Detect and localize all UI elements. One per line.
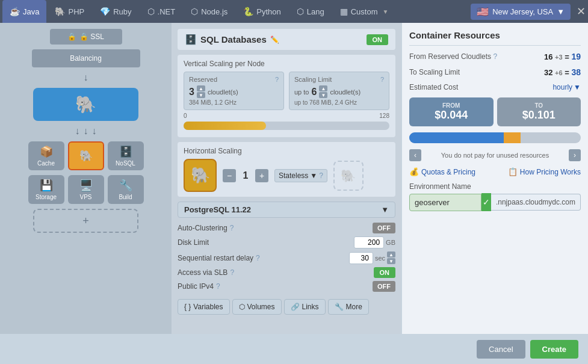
stateless-help-icon[interactable]: ?: [319, 171, 323, 180]
public-ipv4-toggle[interactable]: OFF: [373, 281, 395, 292]
toggle-on-button[interactable]: ON: [367, 34, 389, 45]
volumes-button[interactable]: ⬡ Volumes: [232, 299, 282, 315]
seq-restart-row: Sequential restart delay ? sec ▲ ▼: [178, 251, 395, 264]
reserved-help-icon[interactable]: ?: [275, 76, 279, 83]
links-label: Links: [302, 303, 319, 311]
tab-ruby[interactable]: 💎 Ruby: [93, 0, 138, 23]
public-ipv4-help[interactable]: ?: [216, 282, 220, 291]
tab-nodejs-label: Node.js: [201, 7, 227, 16]
env-name-label: Environment Name: [409, 182, 581, 191]
to-card-label: TO: [502, 102, 577, 109]
reserved-increment[interactable]: ▲: [197, 85, 205, 91]
tab-php[interactable]: 🐘 PHP: [48, 0, 91, 23]
public-ipv4-label-group: Public IPv4 ?: [178, 282, 220, 291]
tab-lang[interactable]: ⬡ Lang: [289, 0, 332, 23]
bar-nav-prev[interactable]: ‹: [409, 149, 421, 161]
env-name-input[interactable]: [409, 194, 481, 211]
scaling-limit-stepper[interactable]: ▲ ▼: [319, 85, 327, 98]
vps-node[interactable]: 🖥️ VPS: [68, 175, 104, 204]
quantity-increment[interactable]: +: [255, 169, 268, 182]
region-selector[interactable]: 🇺🇸 New Jersey, USA ▼: [471, 4, 571, 20]
seq-decrement[interactable]: ▼: [387, 258, 395, 264]
disk-limit-input[interactable]: [354, 236, 384, 248]
scaling-increment[interactable]: ▲: [319, 85, 327, 91]
tab-custom[interactable]: ▦ Custom ▼: [333, 0, 396, 23]
quantity-decrement[interactable]: −: [223, 169, 236, 182]
region-label: New Jersey, USA: [492, 7, 553, 16]
seq-increment[interactable]: ▲: [387, 251, 395, 258]
edit-icon[interactable]: ✏️: [270, 35, 279, 44]
tab-dotnet-label: .NET: [158, 7, 176, 16]
tab-python[interactable]: 🐍 Python: [236, 0, 288, 23]
close-button[interactable]: ✕: [577, 5, 586, 18]
reserved-stepper[interactable]: ▲ ▼: [197, 85, 205, 98]
elephant-node-icon: 🐘: [79, 149, 93, 162]
auto-clustering-toggle[interactable]: OFF: [373, 223, 395, 233]
cache-node[interactable]: 📦 Cache: [28, 141, 64, 170]
build-icon: 🔧: [119, 179, 132, 192]
storage-label: Storage: [36, 194, 57, 200]
more-label: More: [346, 303, 362, 311]
ssl-button[interactable]: 🔒 🔒 SSL: [50, 29, 122, 45]
hourly-link[interactable]: hourly ▼: [552, 83, 581, 91]
tab-nodejs[interactable]: ⬡ Node.js: [184, 0, 235, 23]
access-slb-help[interactable]: ?: [230, 268, 234, 277]
bar-info-text: You do not pay for unused resources: [421, 152, 569, 159]
arrow-down-4: ↓: [92, 126, 97, 137]
scaling-limit-help-icon[interactable]: ?: [380, 76, 384, 83]
seq-restart-label-group: Sequential restart delay ?: [178, 254, 260, 262]
build-node[interactable]: 🔧 Build: [108, 175, 144, 204]
reserved-header: Reserved ?: [189, 76, 279, 83]
env-check-button[interactable]: ✓: [481, 193, 491, 211]
bottom-toolbar: { } Variables ⬡ Volumes 🔗 Links 🔧 More: [178, 299, 395, 315]
more-button[interactable]: 🔧 More: [328, 299, 369, 315]
tab-ruby-label: Ruby: [113, 7, 131, 16]
auto-clustering-help[interactable]: ?: [230, 224, 234, 232]
seq-restart-label: Sequential restart delay: [178, 254, 253, 262]
tab-dotnet[interactable]: ⬡ .NET: [140, 0, 183, 23]
region-dropdown-icon: ▼: [557, 7, 565, 16]
links-button[interactable]: 🔗 Links: [284, 299, 326, 315]
tab-java[interactable]: ☕ Java: [2, 0, 46, 23]
stateless-dropdown-icon: ▼: [310, 171, 317, 180]
scaling-limit-header: Scaling Limit ?: [294, 76, 384, 83]
quotas-icon: 💰: [409, 167, 419, 176]
postgres-version-selector[interactable]: PostgreSQL 11.22 ▼: [178, 202, 395, 218]
scaling-limit-sub-info: up to 768 MiB, 2.4 GHz: [294, 99, 384, 106]
reserved-decrement[interactable]: ▼: [197, 92, 205, 98]
node-row: ↓ ↓ ↓: [75, 126, 97, 137]
estimated-cost-row: Estimated Cost hourly ▼: [409, 83, 581, 91]
resource-bar: [409, 132, 581, 143]
quotas-pricing-link[interactable]: 💰 Quotas & Pricing: [409, 167, 475, 176]
db-node-box[interactable]: 🐘: [68, 141, 104, 170]
stateless-selector[interactable]: Stateless ▼ ?: [274, 169, 327, 182]
to-label: To Scaling Limit: [409, 68, 460, 76]
seq-restart-help[interactable]: ?: [256, 254, 260, 262]
nosql-node[interactable]: 🗄️ NoSQL: [108, 141, 144, 170]
scaling-limit-cloudlets-row: up to 6 ▲ ▼ cloudlet(s): [294, 85, 384, 98]
create-button[interactable]: Create: [530, 340, 578, 359]
pricing-links-row: 💰 Quotas & Pricing 📋 How Pricing Works: [409, 167, 581, 176]
how-pricing-works-link[interactable]: 📋 How Pricing Works: [508, 167, 581, 176]
db-node-active[interactable]: 🐘: [33, 88, 138, 121]
elephant-icon-main: 🐘: [75, 94, 96, 114]
cancel-button[interactable]: Cancel: [477, 340, 525, 359]
public-ipv4-row: Public IPv4 ? OFF: [178, 281, 395, 292]
from-cloudlets-help[interactable]: ?: [493, 52, 497, 61]
env-input-row: ✓ .nnjpaas.cloudmydc.com: [409, 193, 581, 211]
seq-restart-input[interactable]: [349, 252, 373, 264]
storage-node[interactable]: 💾 Storage: [28, 175, 64, 204]
slider-track[interactable]: [184, 122, 389, 130]
variables-button[interactable]: { } Variables: [178, 299, 230, 315]
access-slb-toggle[interactable]: ON: [374, 267, 396, 278]
access-slb-row: Access via SLB ? ON: [178, 267, 395, 278]
bar-nav-next[interactable]: ›: [569, 149, 581, 161]
slider-max: 128: [379, 113, 389, 119]
auto-clustering-label-group: Auto-Clustering ?: [178, 224, 234, 232]
scaling-decrement[interactable]: ▼: [319, 92, 327, 98]
balancing-button[interactable]: Balancing: [32, 49, 140, 67]
add-node-button[interactable]: +: [33, 209, 138, 233]
from-cost-card: FROM $0.044: [409, 97, 494, 126]
horizontal-scaling-label: Horizontal Scaling: [184, 147, 389, 155]
sql-db-icon: 🗄️: [185, 34, 197, 45]
